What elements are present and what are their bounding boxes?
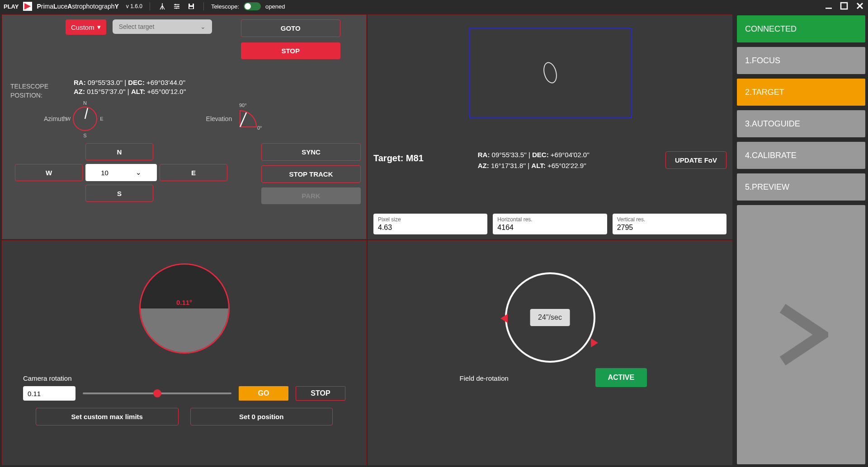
horizontal-res-input[interactable]: Horizontal res. 4164	[493, 214, 607, 234]
pixel-size-input[interactable]: Pixel size 4.63	[373, 214, 487, 234]
derotation-speed: 24"/sec	[530, 309, 570, 326]
west-button[interactable]: W	[15, 164, 83, 181]
svg-point-2	[175, 8, 177, 9]
telescope-toggle-label: Telescope:	[211, 3, 239, 10]
stop-button[interactable]: STOP	[241, 42, 340, 59]
svg-point-1	[177, 6, 179, 7]
workflow-rail: CONNECTED 1.FOCUS 2.TARGET 3.AUTOGUIDE 4…	[734, 13, 868, 467]
tripod-icon[interactable]	[157, 1, 167, 11]
svg-text:W: W	[66, 116, 71, 121]
derotation-dial: 24"/sec	[505, 272, 595, 363]
rotation-slider[interactable]	[83, 392, 231, 394]
set-zero-button[interactable]: Set 0 position	[190, 408, 333, 425]
preview-step[interactable]: 5.PREVIEW	[737, 173, 865, 201]
telescope-position-label: TELESCOPE POSITION:	[10, 82, 48, 100]
field-derotation-panel: 24"/sec Field de-rotation ACTIVE	[368, 240, 732, 465]
arrow-left-icon	[500, 314, 508, 323]
svg-rect-5	[189, 7, 193, 9]
rotation-dial: 0.11°	[139, 263, 230, 354]
svg-text:N: N	[83, 100, 87, 106]
telescope-coordinates: RA: 09°55'33.0'' | DEC: +69°03'44.0'' AZ…	[74, 78, 186, 96]
svg-rect-6	[826, 8, 832, 9]
rotation-angle-label: 0.11°	[176, 299, 192, 306]
svg-point-0	[175, 4, 176, 5]
camera-rotation-label: Camera rotation	[23, 374, 72, 382]
telescope-status: opened	[265, 3, 285, 10]
save-icon[interactable]	[186, 1, 196, 11]
svg-line-16	[240, 112, 246, 127]
window-minimize-icon[interactable]	[825, 2, 833, 11]
derotation-label: Field de-rotation	[460, 374, 509, 382]
azimuth-gauge: N S E W	[71, 104, 99, 133]
svg-text:E: E	[100, 116, 103, 121]
svg-text:90°: 90°	[239, 103, 247, 108]
focus-step[interactable]: 1.FOCUS	[737, 47, 865, 74]
telescope-toggle[interactable]	[244, 2, 261, 10]
rotation-angle-input[interactable]: 0.11	[23, 386, 75, 401]
start-sequence-button[interactable]	[737, 205, 865, 464]
svg-line-13	[85, 108, 88, 119]
azimuth-label: Azimuth	[44, 115, 67, 122]
north-button[interactable]: N	[85, 143, 153, 160]
app-name: PrimaLuceAstrophotographY	[37, 3, 118, 10]
app-logo-icon	[23, 2, 32, 11]
stop-track-button[interactable]: STOP TRACK	[261, 165, 361, 183]
svg-rect-4	[190, 4, 193, 5]
rotation-go-button[interactable]: GO	[239, 386, 288, 401]
arrow-right-icon	[591, 338, 598, 347]
window-close-icon[interactable]	[855, 1, 864, 12]
autoguide-step[interactable]: 3.AUTOGUIDE	[737, 110, 865, 137]
app-version: v 1.6.0	[126, 3, 142, 9]
target-name: Target: M81	[373, 153, 424, 163]
target-coordinates: RA: 09°55'33.5'' | DEC: +69°04'02.0'' AZ…	[478, 149, 590, 171]
camera-rotation-panel: 0.11° Camera rotation 0.11 GO STOP Set c…	[2, 240, 367, 465]
set-limits-button[interactable]: Set custom max limits	[36, 408, 179, 425]
park-button: PARK	[261, 187, 361, 204]
direction-pad: N W 10 ⌄ E S	[15, 143, 227, 202]
chevron-down-icon: ▾	[97, 23, 101, 31]
svg-text:0°: 0°	[257, 125, 262, 131]
svg-text:S: S	[83, 133, 86, 138]
app-play-label: PLAY	[4, 3, 19, 10]
chevron-down-icon: ⌄	[136, 168, 142, 177]
vertical-res-input[interactable]: Vertical res. 2795	[613, 214, 726, 234]
elevation-label: Elevation	[206, 115, 232, 122]
target-step[interactable]: 2.TARGET	[737, 79, 865, 106]
sync-button[interactable]: SYNC	[261, 143, 361, 161]
update-fov-button[interactable]: UPDATE FoV	[665, 151, 726, 169]
target-fov-panel: Target: M81 RA: 09°55'33.5'' | DEC: +69°…	[368, 14, 732, 239]
fov-frame	[469, 28, 632, 118]
target-marker-icon	[541, 61, 559, 85]
custom-dropdown[interactable]: Custom ▾	[66, 19, 106, 35]
sliders-icon[interactable]	[172, 1, 182, 11]
east-button[interactable]: E	[160, 164, 227, 181]
select-target-dropdown[interactable]: Select target ⌄	[113, 19, 212, 34]
goto-button[interactable]: GOTO	[241, 19, 340, 37]
connected-step[interactable]: CONNECTED	[737, 15, 865, 42]
telescope-control-panel: Custom ▾ Select target ⌄ GOTO STOP TELES…	[2, 14, 367, 239]
chevron-down-icon: ⌄	[200, 23, 206, 30]
south-button[interactable]: S	[85, 185, 153, 202]
rotation-stop-button[interactable]: STOP	[296, 386, 345, 401]
calibrate-step[interactable]: 4.CALIBRATE	[737, 142, 865, 169]
svg-rect-7	[841, 3, 847, 9]
window-maximize-icon[interactable]	[840, 2, 848, 11]
speed-select[interactable]: 10 ⌄	[85, 164, 157, 181]
derotation-active-button[interactable]: ACTIVE	[595, 368, 647, 387]
play-icon	[774, 303, 828, 366]
elevation-gauge: 90° 0°	[236, 104, 264, 133]
